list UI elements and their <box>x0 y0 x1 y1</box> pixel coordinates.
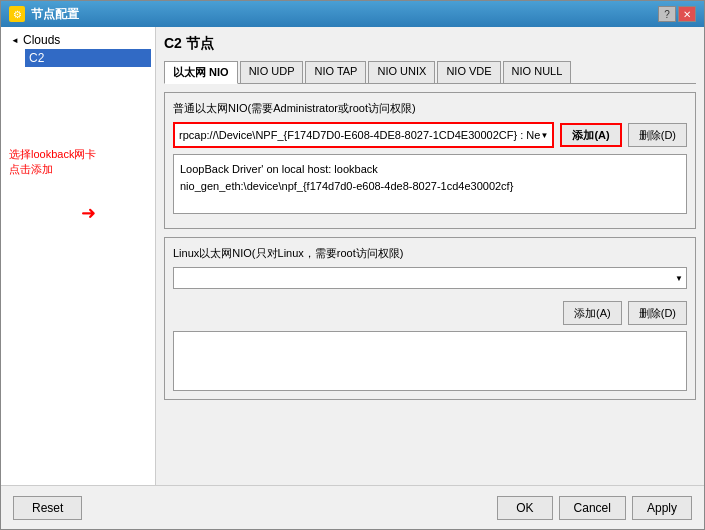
tab-nio-vde[interactable]: NIO VDE <box>437 61 500 83</box>
tabs-container: 以太网 NIO NIO UDP NIO TAP NIO UNIX NIO VDE… <box>164 61 696 84</box>
title-bar: ⚙ 节点配置 ? ✕ <box>1 1 704 27</box>
linux-nio-content <box>173 331 687 391</box>
close-button[interactable]: ✕ <box>678 6 696 22</box>
main-window: ⚙ 节点配置 ? ✕ ◄ Clouds C2 选择lookback网卡 点击添加… <box>0 0 705 530</box>
add-button-1[interactable]: 添加(A) <box>560 123 621 147</box>
linux-dropdown[interactable] <box>173 267 687 289</box>
ethernet-dropdown-wrapper: rpcap://\Device\NPF_{F174D7D0-E608-4DE8-… <box>173 122 554 148</box>
title-bar-left: ⚙ 节点配置 <box>9 6 79 23</box>
apply-button[interactable]: Apply <box>632 496 692 520</box>
tab-nio-null[interactable]: NIO NULL <box>503 61 572 83</box>
delete-button-1[interactable]: 删除(D) <box>628 123 687 147</box>
ethernet-dropdown[interactable]: rpcap://\Device\NPF_{F174D7D0-E608-4DE8-… <box>175 124 552 146</box>
ethernet-nio-section: 普通以太网NIO(需要Administrator或root访问权限) rpcap… <box>164 92 696 229</box>
dropdown-row: rpcap://\Device\NPF_{F174D7D0-E608-4DE8-… <box>173 122 687 148</box>
nio-text-display: LoopBack Driver' on local host: lookback… <box>178 159 682 196</box>
reset-button[interactable]: Reset <box>13 496 82 520</box>
tab-ethernet-nio[interactable]: 以太网 NIO <box>164 61 238 84</box>
section1-title: 普通以太网NIO(需要Administrator或root访问权限) <box>173 101 687 116</box>
bottom-bar: Reset OK Cancel Apply <box>1 485 704 529</box>
ok-button[interactable]: OK <box>497 496 552 520</box>
cancel-button[interactable]: Cancel <box>559 496 626 520</box>
annotation-line2: 点击添加 <box>9 162 96 177</box>
arrow-annotation: ➜ <box>81 202 96 224</box>
window-icon: ⚙ <box>9 6 25 22</box>
tab-nio-udp[interactable]: NIO UDP <box>240 61 304 83</box>
tab-nio-unix[interactable]: NIO UNIX <box>368 61 435 83</box>
bottom-left: Reset <box>13 496 82 520</box>
content-area: ◄ Clouds C2 选择lookback网卡 点击添加 ➜ C2 节点 以太… <box>1 27 704 485</box>
window-title: 节点配置 <box>31 6 79 23</box>
nio-line2: nio_gen_eth:\device\npf_{f174d7d0-e608-4… <box>180 178 680 195</box>
title-bar-controls: ? ✕ <box>658 6 696 22</box>
tree-arrow-icon: ◄ <box>9 34 21 46</box>
annotation-text: 选择lookback网卡 点击添加 <box>9 147 96 178</box>
ethernet-nio-content: LoopBack Driver' on local host: lookback… <box>173 154 687 214</box>
panel-title: C2 节点 <box>164 35 696 53</box>
tab-nio-tap[interactable]: NIO TAP <box>305 61 366 83</box>
linux-dropdown-row: ▼ <box>173 267 687 295</box>
linux-buttons-row: 添加(A) 删除(D) <box>173 301 687 325</box>
section2-title: Linux以太网NIO(只对Linux，需要root访问权限) <box>173 246 687 261</box>
linux-dropdown-wrapper: ▼ <box>173 267 687 289</box>
tree-child-c2[interactable]: C2 <box>25 49 151 67</box>
linux-nio-section: Linux以太网NIO(只对Linux，需要root访问权限) ▼ 添加(A) … <box>164 237 696 400</box>
annotation-line1: 选择lookback网卡 <box>9 147 96 162</box>
tree-child-label: C2 <box>29 51 44 65</box>
help-button[interactable]: ? <box>658 6 676 22</box>
delete-button-2[interactable]: 删除(D) <box>628 301 687 325</box>
add-button-2[interactable]: 添加(A) <box>563 301 622 325</box>
tree-root[interactable]: ◄ Clouds <box>5 31 151 49</box>
tree-root-label: Clouds <box>23 33 60 47</box>
left-panel: ◄ Clouds C2 选择lookback网卡 点击添加 ➜ <box>1 27 156 485</box>
bottom-right: OK Cancel Apply <box>497 496 692 520</box>
nio-line1: LoopBack Driver' on local host: lookback <box>180 161 680 178</box>
right-panel: C2 节点 以太网 NIO NIO UDP NIO TAP NIO UNIX N… <box>156 27 704 485</box>
